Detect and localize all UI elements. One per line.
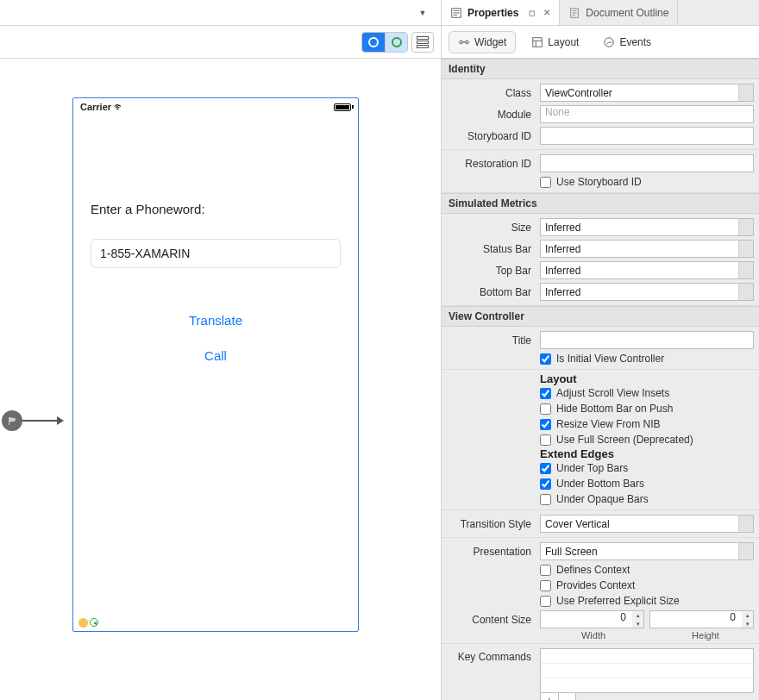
module-input[interactable]: None bbox=[540, 105, 754, 123]
key-commands-add-button[interactable]: + bbox=[541, 693, 558, 700]
under-opaque-bars-checkbox[interactable]: Under Opaque Bars bbox=[540, 491, 759, 507]
layout-group-header: Layout bbox=[540, 372, 759, 385]
size-label: Size bbox=[442, 222, 535, 234]
constraint-pin-icon bbox=[391, 36, 403, 48]
under-bottom-bars-checkbox[interactable]: Under Bottom Bars bbox=[540, 476, 759, 491]
widget-icon bbox=[458, 36, 470, 48]
subtab-events-label: Events bbox=[619, 36, 651, 48]
carrier-label: Carrier ᯤ bbox=[80, 101, 124, 113]
events-icon bbox=[603, 36, 615, 48]
section-identity-header: Identity bbox=[442, 59, 759, 79]
first-responder-icon[interactable] bbox=[78, 618, 88, 628]
provides-context-checkbox[interactable]: Provides Context bbox=[540, 578, 759, 593]
close-icon[interactable]: ✕ bbox=[543, 8, 550, 17]
tab-properties-label: Properties bbox=[467, 7, 518, 19]
phoneword-label[interactable]: Enter a Phoneword: bbox=[91, 202, 341, 216]
layout-icon bbox=[531, 36, 543, 48]
constraint-mode-group bbox=[361, 32, 408, 53]
toggle-outline-button[interactable] bbox=[411, 32, 434, 53]
section-simulated-metrics-header: Simulated Metrics bbox=[442, 193, 759, 214]
storyboard-id-label: Storyboard ID bbox=[442, 130, 535, 142]
content-size-width-stepper[interactable]: ▴▾ bbox=[632, 610, 644, 628]
subtab-widget-label: Widget bbox=[474, 36, 506, 48]
designer-canvas-pane: ▼ Car bbox=[0, 0, 442, 700]
presentation-select[interactable]: Full Screen▴▾ bbox=[540, 542, 754, 560]
under-top-bars-checkbox[interactable]: Under Top Bars bbox=[540, 460, 759, 476]
tab-document-outline-label: Document Outline bbox=[586, 7, 668, 19]
subtab-layout[interactable]: Layout bbox=[523, 31, 587, 53]
inspector-scroll-area[interactable]: Identity Class ViewController▴▾ Module N… bbox=[442, 59, 759, 700]
panel-tabstrip: Properties ◻ ✕ Document Outline bbox=[442, 0, 759, 26]
status-bar-select[interactable]: Inferred▴▾ bbox=[540, 240, 754, 258]
scene-footer-icons bbox=[78, 618, 98, 628]
bottom-bar-select[interactable]: Inferred▴▾ bbox=[540, 283, 754, 301]
properties-icon bbox=[450, 7, 462, 19]
dock-icon[interactable]: ◻ bbox=[529, 9, 535, 17]
content-size-height-stepper[interactable]: ▴▾ bbox=[742, 610, 754, 628]
entry-arrow-line bbox=[22, 420, 62, 422]
storyboard-canvas[interactable]: Carrier ᯤ Enter a Phoneword: 1-855-XAMAR… bbox=[0, 59, 441, 700]
initial-vc-arrow[interactable] bbox=[2, 410, 62, 431]
simulated-status-bar: Carrier ᯤ bbox=[73, 98, 358, 116]
translate-button[interactable]: Translate bbox=[91, 313, 341, 328]
presentation-label: Presentation bbox=[442, 546, 535, 558]
subtab-layout-label: Layout bbox=[548, 36, 579, 48]
use-preferred-explicit-size-checkbox[interactable]: Use Preferred Explicit Size bbox=[540, 593, 759, 609]
size-select[interactable]: Inferred▴▾ bbox=[540, 218, 754, 236]
class-label: Class bbox=[442, 87, 535, 99]
use-full-screen-checkbox[interactable]: Use Full Screen (Deprecated) bbox=[540, 432, 759, 447]
width-sublabel: Width bbox=[540, 630, 647, 641]
constraint-mode-pin-button[interactable] bbox=[385, 33, 407, 52]
bottom-bar-label: Bottom Bar bbox=[442, 286, 535, 298]
hide-bottom-bar-checkbox[interactable]: Hide Bottom Bar on Push bbox=[540, 401, 759, 416]
is-initial-vc-checkbox[interactable]: Is Initial View Controller bbox=[540, 351, 759, 366]
svg-rect-4 bbox=[533, 37, 543, 47]
class-select[interactable]: ViewController▴▾ bbox=[540, 84, 754, 102]
resize-view-nib-checkbox[interactable]: Resize View From NIB bbox=[540, 416, 759, 432]
section-view-controller-header: View Controller bbox=[442, 306, 759, 327]
transition-style-select[interactable]: Cover Vertical▴▾ bbox=[540, 515, 754, 533]
svg-point-3 bbox=[466, 41, 469, 44]
constraint-mode-frame-button[interactable] bbox=[362, 33, 385, 52]
storyboard-id-input[interactable] bbox=[540, 127, 754, 145]
top-bar-select[interactable]: Inferred▴▾ bbox=[540, 261, 754, 279]
tab-document-outline[interactable]: Document Outline bbox=[560, 0, 678, 25]
constraint-frame-icon bbox=[367, 36, 380, 48]
subtab-widget[interactable]: Widget bbox=[448, 31, 516, 53]
adjust-scroll-insets-checkbox[interactable]: Adjust Scroll View Insets bbox=[540, 385, 759, 401]
restoration-id-label: Restoration ID bbox=[442, 158, 535, 170]
transition-style-label: Transition Style bbox=[442, 518, 535, 530]
height-sublabel: Height bbox=[652, 630, 759, 641]
inspector-panel: Properties ◻ ✕ Document Outline Widget L… bbox=[442, 0, 759, 700]
designer-dropdown-caret-icon[interactable]: ▼ bbox=[417, 7, 429, 19]
tab-properties[interactable]: Properties ◻ ✕ bbox=[442, 0, 560, 25]
extend-edges-group-header: Extend Edges bbox=[540, 447, 759, 460]
designer-top-bar: ▼ bbox=[0, 0, 441, 26]
designer-toolbar bbox=[0, 26, 441, 59]
battery-icon bbox=[334, 103, 351, 111]
title-label: Title bbox=[442, 334, 535, 347]
outline-icon bbox=[417, 36, 429, 48]
entry-point-flag-icon bbox=[2, 410, 22, 431]
view-controller-scene[interactable]: Carrier ᯤ Enter a Phoneword: 1-855-XAMAR… bbox=[72, 97, 359, 632]
defines-context-checkbox[interactable]: Defines Context bbox=[540, 562, 759, 578]
subtab-events[interactable]: Events bbox=[594, 31, 660, 53]
svg-point-2 bbox=[460, 41, 463, 44]
phoneword-textfield[interactable]: 1-855-XAMARIN bbox=[91, 239, 341, 268]
call-button[interactable]: Call bbox=[91, 348, 341, 363]
use-storyboard-id-checkbox[interactable]: Use Storyboard ID bbox=[540, 174, 759, 190]
inspector-subtabs: Widget Layout Events bbox=[442, 26, 759, 59]
content-size-label: Content Size bbox=[442, 614, 535, 626]
key-commands-label: Key Commands bbox=[442, 648, 535, 663]
top-bar-label: Top Bar bbox=[442, 265, 535, 277]
title-input[interactable] bbox=[540, 331, 754, 349]
content-size-height-input[interactable]: 0 bbox=[649, 610, 754, 628]
wifi-icon: ᯤ bbox=[114, 101, 124, 113]
content-size-width-input[interactable]: 0 bbox=[540, 610, 644, 628]
status-bar-label: Status Bar bbox=[442, 243, 535, 255]
key-commands-table[interactable] bbox=[540, 648, 754, 693]
restoration-id-input[interactable] bbox=[540, 154, 754, 172]
exit-icon[interactable] bbox=[90, 618, 98, 627]
key-commands-remove-button[interactable]: − bbox=[558, 693, 576, 700]
module-label: Module bbox=[442, 109, 535, 121]
